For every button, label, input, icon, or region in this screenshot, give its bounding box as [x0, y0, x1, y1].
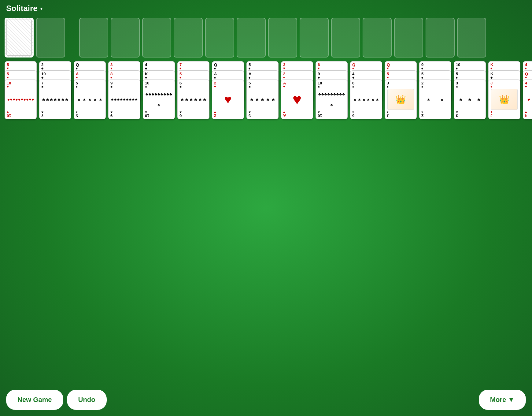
playing-card[interactable]: 5 ♣ ♣♣♣♣♣ 5 ♣	[246, 80, 279, 119]
playing-card[interactable]: 4 ♥ ♥♥♥♥ 4 ♥	[523, 80, 532, 119]
playing-card[interactable]: 10 ♥ ♥♥♥♥♥♥♥♥♥♥ 10 ♥	[5, 80, 37, 119]
playing-card[interactable]: 9 ♣ ♣♣♣♣♣♣♣♣♣ 9 ♣	[108, 80, 140, 119]
playing-card[interactable]: 10 ♣ ♣♣♣♣♣♣♣♣♣♣ 10 ♣	[143, 80, 175, 119]
more-arrow: ▼	[508, 396, 515, 404]
left-buttons: New Game Undo	[6, 390, 107, 410]
header: Solitaire ▼	[0, 0, 532, 17]
tableau-area: 5 ♥ ♥♥♥♥♥ 5 ♥ 5 ♥ ♥♥♥♥♥ 5 ♥ 10 ♥	[5, 61, 527, 119]
foundation-11[interactable]	[394, 18, 423, 58]
foundation-3[interactable]	[142, 18, 171, 58]
foundation-5[interactable]	[205, 18, 234, 58]
tableau-column-12: Q ♥ ♥ Q ♥ 5 ♥ ♥♥♥♥♥ 5 ♥ J ♠	[385, 61, 417, 119]
stock-pile[interactable]	[5, 18, 34, 58]
playing-card[interactable]: 2 ♥ ♥ 2 ♥	[212, 80, 244, 119]
playing-card[interactable]: J ♠ 👑 J ♠	[385, 80, 417, 119]
playing-card[interactable]: 2 ♠ ♠♠ 2 ♠	[419, 80, 451, 119]
more-button[interactable]: More ▼	[479, 390, 526, 410]
playing-card[interactable]: 3 ♣ ♣♣♣ 3 ♣	[454, 80, 486, 119]
top-area	[5, 18, 527, 58]
waste-pile[interactable]	[36, 18, 65, 58]
tableau-column-9: 3 ♥ ♥♥♥ 3 ♥ 2 ♦ ♦♦ 2 ♦ A ♥	[281, 61, 313, 119]
foundation-8[interactable]	[300, 18, 329, 58]
foundation-10[interactable]	[363, 18, 392, 58]
tableau-column-16: 4 ♦ ♦♦♦♦ 4 ♦ Q ♥ ♥ Q ♥ 4 ♥	[523, 61, 532, 119]
tableau-column-3: Q ♠ ♠ Q ♠ A ♥ ♥ A ♥ 5 ♠	[74, 61, 106, 119]
tableau-column-14: 10 ♠ ♠♠♠♠♠♠♠♠♠♠ 10 ♠ 5 ♠ ♠♠♠♠♠ 5 ♠ 3	[454, 61, 486, 119]
tableau-column-10: 6 ♥ ♥♥♥♥♥♥ 6 ♥ 9 ♣ ♣♣♣♣♣♣♣♣♣ 9 ♣ 10	[316, 61, 348, 119]
title-dropdown-arrow: ▼	[39, 6, 44, 11]
new-game-button[interactable]: New Game	[6, 390, 63, 410]
tableau-column-5: 4 ♣ ♣♣♣♣ 4 ♣ K ♣ ♣ K ♣ 10 ♣	[143, 61, 175, 119]
foundation-6[interactable]	[237, 18, 266, 58]
bottom-bar: New Game Undo More ▼	[6, 390, 526, 410]
tableau-column-6: 7 ♦ ♦♦♦♦♦♦♦ 7 ♦ 5 ♦ ♦♦♦♦♦ 5 ♦ 6 ♣	[177, 61, 209, 119]
foundation-7[interactable]	[268, 18, 297, 58]
title-text: Solitaire	[6, 4, 38, 13]
playing-card[interactable]: 6 ♠ ♠♠♠♠♠♠ 6 ♠	[350, 80, 382, 119]
playing-card[interactable]: 5 ♠ ♠♠♠♠♠ 5 ♠	[74, 80, 106, 119]
tableau-column-15: K ♦ ♦ K ♦ K ♣ ♣ K ♣ J ♦	[488, 61, 520, 119]
tableau-column-13: 9 ♠ ♠♠♠♠♠♠♠♠♠ 9 ♠ 5 ♠ ♠♠♠♠♠ 5 ♠ 2	[419, 61, 451, 119]
foundation-2[interactable]	[111, 18, 140, 58]
playing-card[interactable]: J ♦ 👑 J ♦	[488, 80, 520, 119]
undo-button[interactable]: Undo	[67, 390, 107, 410]
playing-card[interactable]: 7 ♣ ♣♣♣♣♣♣♣ 7 ♣	[39, 80, 71, 119]
tableau-column-4: 3 ♥ ♥♥♥ 3 ♥ 8 ♦ ♦♦♦♦♦♦♦♦ 8 ♦ 9 ♣	[108, 61, 140, 119]
playing-card[interactable]: 10 ♣ ♣♣♣♣♣♣♣♣♣♣ 10 ♣	[316, 80, 348, 119]
tableau-column-8: 5 ♠ ♠♠♠♠♠ 5 ♠ A ♠ ♠ A ♠ 5 ♣	[246, 61, 279, 119]
playing-card[interactable]: 6 ♣ ♣♣♣♣♣♣ 6 ♣	[177, 80, 209, 119]
foundation-13[interactable]	[457, 18, 486, 58]
tableau-column-2: 2 ♣ ♣♣ 2 ♣ 10 ♣ ♣♣♣♣♣♣♣♣♣♣ 10 ♣ 7	[39, 61, 71, 119]
foundation-12[interactable]	[426, 18, 455, 58]
tableau-column-11: Q ♦ ♦ Q ♦ 4 ♣ ♣♣♣♣ 4 ♣ 6 ♠	[350, 61, 382, 119]
tableau-column-1: 5 ♥ ♥♥♥♥♥ 5 ♥ 5 ♥ ♥♥♥♥♥ 5 ♥ 10 ♥	[5, 61, 37, 119]
foundation-9[interactable]	[331, 18, 360, 58]
tableau-column-7: Q ♠ ♠ Q ♠ A ♠ ♠ A ♠ 2 ♥	[212, 61, 244, 119]
more-label: More	[490, 396, 506, 404]
foundation-4[interactable]	[174, 18, 203, 58]
foundation-1[interactable]	[79, 18, 108, 58]
app-title[interactable]: Solitaire ▼	[6, 4, 43, 13]
playing-card[interactable]: A ♥ ♥ A ♥	[281, 80, 313, 119]
